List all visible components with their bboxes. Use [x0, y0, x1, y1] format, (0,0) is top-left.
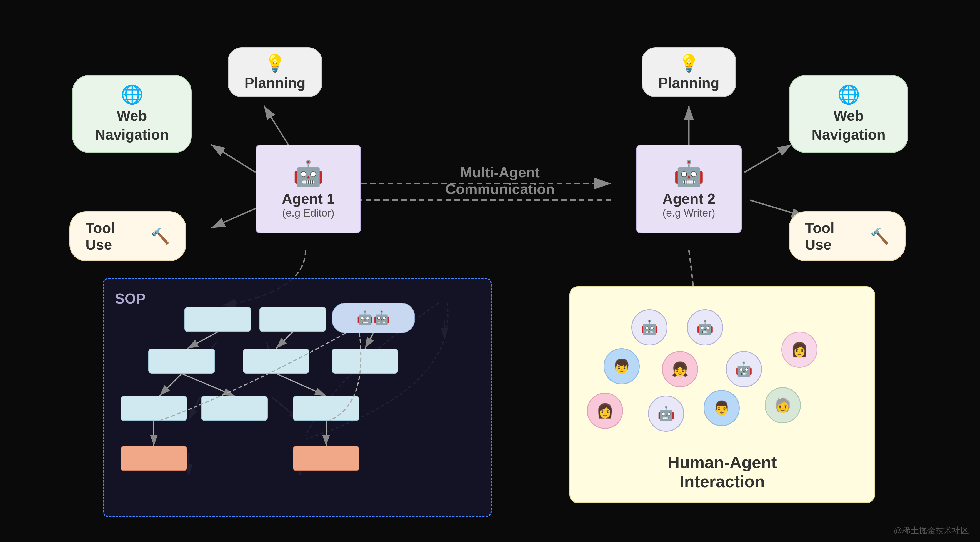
agent1-subtitle: (e.g Editor) [282, 207, 334, 219]
svg-line-20 [365, 333, 373, 349]
avatar-person5: 👨 [703, 390, 740, 426]
agent2-icon: 🤖 [673, 159, 705, 188]
svg-line-21 [159, 373, 182, 396]
tool-use1-label: Tool Use [86, 220, 145, 253]
web-nav2-label: WebNavigation [812, 107, 886, 144]
tool-use2-bubble: Tool Use 🔨 [789, 211, 905, 261]
svg-line-1 [211, 145, 256, 172]
sop-node-low1 [121, 396, 187, 421]
planning2-bubble: 💡 Planning [642, 47, 736, 97]
sop-label: SOP [115, 290, 479, 307]
human-agent-box: 🤖 🤖 👦 👧 🤖 👩 👩 🤖 👨 🧓 [570, 286, 875, 503]
svg-line-18 [187, 332, 218, 349]
planning1-bubble: 💡 Planning [228, 47, 322, 97]
avatar-person2: 👧 [662, 351, 698, 387]
avatar-person3: 👩 [781, 332, 818, 368]
avatar-person1: 👦 [604, 348, 640, 384]
sop-node-top1 [185, 307, 251, 332]
sop-box: SOP 🤖🤖 [103, 278, 492, 517]
agent1-box: 🤖 Agent 1 (e.g Editor) [256, 145, 361, 233]
agent1-title: Agent 1 [282, 190, 335, 207]
communication-line2: Communication [417, 181, 583, 197]
web-nav1-label: WebNavigation [95, 107, 169, 144]
sop-node-mid3 [332, 349, 398, 373]
sop-node-mid2 [243, 349, 309, 373]
agent2-box: 🤖 Agent 2 (e.g Writer) [636, 145, 742, 233]
svg-line-23 [276, 373, 326, 396]
avatar-robot1: 🤖 [632, 309, 668, 346]
svg-line-0 [264, 105, 292, 150]
avatar-person4: 👩 [587, 393, 623, 429]
communication-line1: Multi-Agent [417, 164, 583, 181]
svg-line-22 [182, 373, 234, 396]
avatar-robot4: 🤖 [648, 395, 684, 432]
tool-use1-bubble: Tool Use 🔨 [70, 211, 186, 261]
human-agent-label: Human-AgentInteraction [668, 453, 777, 491]
sop-agent-node: 🤖🤖 [332, 303, 415, 333]
sop-node-low2 [201, 396, 268, 421]
sop-node-orange2 [293, 446, 360, 471]
svg-line-2 [211, 209, 256, 228]
communication-label: Multi-Agent Communication [417, 164, 583, 197]
tool-use2-label: Tool Use [805, 220, 865, 253]
agent2-subtitle: (e.g Writer) [662, 207, 715, 219]
planning2-icon: 💡 [679, 53, 700, 73]
avatar-person6: 🧓 [765, 387, 801, 423]
web-nav1-icon: 🌐 [121, 84, 143, 105]
avatar-robot2: 🤖 [687, 309, 723, 346]
sop-node-orange1 [121, 446, 187, 471]
watermark: @稀土掘金技术社区 [894, 525, 969, 536]
web-nav2-icon: 🌐 [837, 84, 860, 105]
planning1-label: Planning [245, 75, 305, 91]
planning1-icon: 💡 [265, 53, 286, 73]
svg-line-4 [745, 145, 792, 172]
avatar-robot3: 🤖 [726, 351, 762, 387]
sop-node-mid1 [148, 349, 215, 373]
sop-node-low3 [293, 396, 360, 421]
svg-line-19 [276, 332, 293, 349]
diagram-container: 🤖 Agent 1 (e.g Editor) 🤖 Agent 2 (e.g Wr… [0, 0, 980, 542]
planning2-label: Planning [658, 75, 719, 91]
web-nav1-bubble: 🌐 WebNavigation [72, 75, 192, 153]
tool-use2-icon: 🔨 [870, 227, 889, 245]
agent1-icon: 🤖 [293, 159, 324, 188]
tool-use1-icon: 🔨 [151, 227, 170, 245]
sop-node-top2 [259, 307, 326, 332]
agent2-title: Agent 2 [662, 190, 716, 207]
web-nav2-bubble: 🌐 WebNavigation [789, 75, 908, 153]
